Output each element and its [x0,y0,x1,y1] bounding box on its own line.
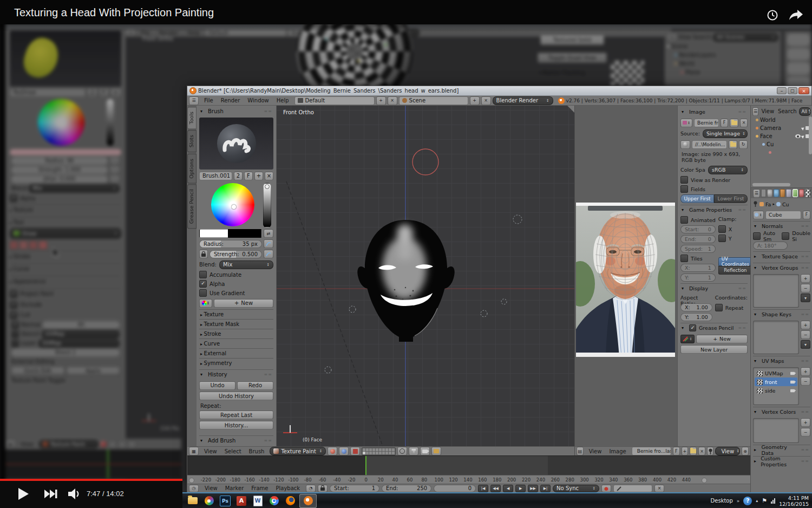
vertex-groups-header[interactable]: Vertex Groups [762,265,798,271]
info-menu-item[interactable]: Render [217,97,244,103]
outliner-hscrollbar[interactable] [752,183,790,186]
auto-smooth-angle-slider[interactable]: A: 180° [753,242,788,250]
uv-menu-item[interactable]: View [585,448,606,454]
mode-dropdown[interactable]: Texture Paint↕ [270,447,326,455]
paint-color-type-icon[interactable]: ↕ [199,299,212,308]
scene-close-icon[interactable]: × [481,96,491,105]
render-anim-icon[interactable] [431,447,441,455]
tiles-x-slider[interactable]: X:1 [680,264,716,272]
info-menu-item[interactable]: Window [244,97,272,103]
brush-add-icon[interactable]: + [254,172,263,180]
vertex-colors-header[interactable]: Vertex Colors [762,409,796,415]
uv-snap-icon[interactable]: ⊕ [742,447,749,455]
source-dropdown[interactable]: Single Image↕ [703,129,748,138]
repeat-checkbox[interactable] [715,304,723,311]
strength-lock-icon[interactable] [199,250,208,258]
fake-user-button[interactable]: F [244,172,253,180]
frame-start-field[interactable]: Start:1 [330,485,379,492]
play-button[interactable] [16,486,30,502]
auto-smooth-checkbox[interactable] [753,232,761,240]
uv-map-row-side[interactable]: side [755,386,797,395]
mesh-fake-user-button[interactable]: F [803,211,810,219]
editor-type-3dview-icon[interactable]: ▦ [189,447,199,455]
tiles-y-slider[interactable]: Y:1 [680,273,716,282]
area-corner-grip[interactable] [567,106,574,113]
taskbar-icon-autocad[interactable]: A [234,495,248,507]
outliner-row-world[interactable]: World [752,116,811,124]
brush-name-field[interactable]: Brush.001 [199,172,232,180]
uv-map-add-icon[interactable]: + [801,367,810,376]
breadcrumb-object[interactable]: Fa [765,201,771,207]
radius-pressure-icon[interactable] [264,239,273,248]
layers-grid[interactable] [362,447,396,455]
viewport-menu-item[interactable]: Brush [245,448,269,454]
timeline-ruler[interactable]: -220-200-180-160-140-120-100-80-60-40-20… [187,475,750,484]
image-panel-open-icon[interactable] [730,119,738,127]
play-reverse-button[interactable]: ◀ [503,485,513,492]
vertex-group-remove-icon[interactable]: − [801,284,810,292]
record-button[interactable]: ● [601,485,611,492]
vertex-groups-list[interactable] [753,274,799,308]
vertex-group-specials-icon[interactable]: ▾ [801,294,810,302]
filepath-icon[interactable] [680,140,690,149]
image-selector[interactable]: Bernie fro...lasses.jpg [632,447,671,455]
history-panel-header[interactable]: History [208,372,227,377]
outliner-filter-dropdown[interactable]: All Scenes [799,107,811,116]
brush-users-button[interactable]: 2 [234,172,243,180]
uv-image-editor[interactable] [574,106,677,446]
brush-unlink-icon[interactable]: × [265,172,273,180]
tab-object-icon[interactable] [780,189,785,197]
image-panel-close-icon[interactable]: × [740,119,748,127]
value-slider[interactable] [263,183,271,227]
shelf-section-header[interactable]: Symmetry [199,358,273,368]
upper-first-button[interactable]: Upper First [680,194,714,203]
editor-type-timeline-icon[interactable]: ◷ [189,485,199,492]
window-titlebar[interactable]: Blender* [C:\Users\RandyMain\Desktop\Mod… [187,86,811,96]
lower-first-button[interactable]: Lower First [714,194,748,203]
anim-start-slider[interactable]: Start:0 [680,225,716,233]
uv-map-row-uvmap[interactable]: UVMap [755,369,797,377]
ruler-scroller-right[interactable] [702,478,707,483]
screen-layout-selector[interactable]: Default [294,96,375,105]
frame-end-field[interactable]: End:250 [382,485,431,492]
clamp-y-checkbox[interactable] [718,235,726,242]
color-swatches[interactable] [199,229,262,238]
shelf-section-header[interactable]: Curve [199,338,273,348]
editor-type-info-icon[interactable]: ☰ [189,96,199,105]
anim-speed-slider[interactable]: Speed:1 [680,245,716,253]
show-hidden-icons[interactable]: ▴ [756,498,758,503]
grease-pencil-checkbox[interactable]: ✓ [689,324,696,331]
info-menu-item[interactable]: File [200,97,217,103]
grease-pencil-datablock-icon[interactable]: ↕ [680,335,695,343]
tab-texture-icon[interactable] [805,189,810,197]
uv-maps-header[interactable]: UV Maps [762,358,784,364]
new-texture-button[interactable]: +New [214,299,273,308]
aspect-y-slider[interactable]: Y:1.00 [680,313,712,321]
uv-menu-item[interactable]: Image [605,448,630,454]
anim-end-slider[interactable]: End:0 [680,235,716,243]
tab-slots[interactable]: Slots [187,130,197,152]
shelf-section-header[interactable]: Texture [199,309,273,319]
render-engine-dropdown[interactable]: Blender Render↕ [493,96,553,105]
accumulate-checkbox[interactable] [199,271,207,278]
image-datablock-icon[interactable]: ↕ [680,119,692,127]
fields-checkbox[interactable] [680,185,688,193]
double-sided-checkbox[interactable] [782,232,789,240]
tab-material-icon[interactable] [799,189,804,197]
image-open-icon[interactable] [690,447,697,455]
grease-new-button[interactable]: +New [696,335,748,343]
undo-button[interactable]: Undo [199,381,235,390]
volume-icon[interactable] [68,489,82,499]
mesh-datablock-icon[interactable]: ↕ [753,211,764,219]
normals-header[interactable]: Normals [762,223,783,229]
viewport-menu-item[interactable]: View [200,448,221,454]
filepath-open-icon[interactable] [729,140,737,149]
timeline-menu-item[interactable]: Playback [272,485,304,491]
tiles-checkbox[interactable] [680,255,688,262]
history-button[interactable]: History... [199,421,273,429]
undo-history-button[interactable]: Undo History [199,392,273,400]
jump-to-end-button[interactable]: ▶| [540,485,551,492]
strength-slider[interactable]: Strength:0.500 [209,250,262,258]
tab-tools[interactable]: Tools [187,107,197,129]
timeline-menu-item[interactable]: Frame [247,485,272,491]
